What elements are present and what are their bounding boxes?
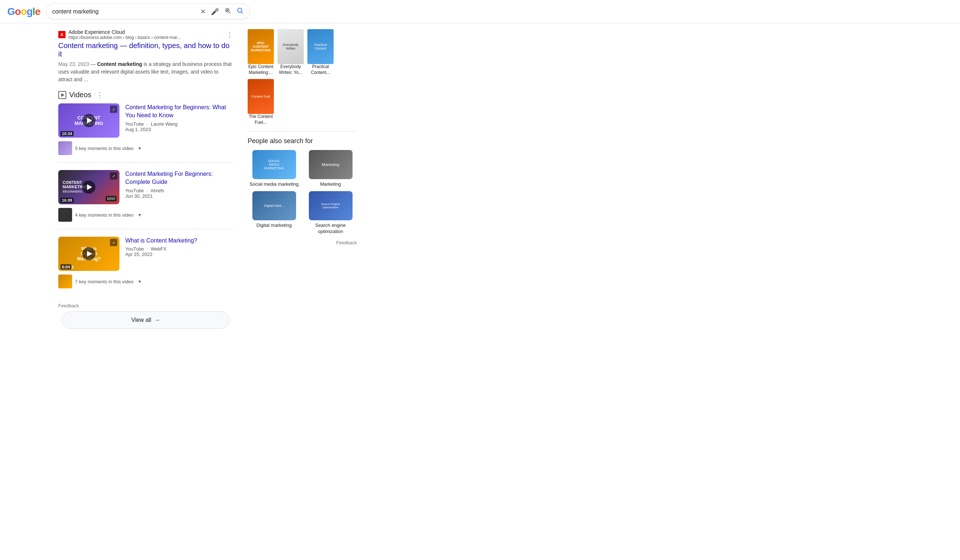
videos-menu-icon[interactable]: ⋮: [96, 91, 103, 99]
videos-feedback-link[interactable]: Feedback: [58, 303, 233, 309]
main-layout: A Adobe Experience Cloud https://busines…: [0, 23, 510, 336]
video-date-1: Aug 1, 2023: [125, 127, 151, 132]
key-moments-label-2: 4 key moments in this video: [75, 212, 133, 218]
lens-button[interactable]: [224, 7, 231, 16]
book-item-4[interactable]: Content Fuel The Content Fuel...: [248, 79, 274, 125]
book-item-2[interactable]: Everybody Writes Everybody Writes: Yo...: [277, 29, 304, 75]
key-moments-label-1: 5 key moments in this video: [75, 146, 133, 151]
video-info-1: Content Marketing for Beginners: What Yo…: [125, 103, 233, 138]
key-moments-expand-3[interactable]: ▾: [136, 278, 143, 285]
video-info-2: Content Marketing For Beginners: Complet…: [125, 170, 233, 204]
view-all-button[interactable]: View all →: [62, 311, 229, 329]
related-item-4[interactable]: Search EngineOptimization Search engine …: [304, 191, 357, 235]
related-item-1[interactable]: SOCIALMEDIAMARKETING Social media market…: [248, 150, 301, 187]
video-card-3: What isContentMarketing? Web FX 6:04 ⤢ W…: [58, 237, 233, 296]
source-info: A Adobe Experience Cloud https://busines…: [58, 29, 233, 40]
search-bar[interactable]: ✕ 🎤: [46, 4, 250, 19]
play-triangle-2: [87, 184, 92, 190]
video-duration-3: 6:04: [61, 264, 71, 269]
left-column: A Adobe Experience Cloud https://busines…: [0, 23, 240, 336]
video-channel-1: Laurie Wang: [151, 121, 178, 127]
adobe-result: A Adobe Experience Cloud https://busines…: [58, 29, 233, 83]
related-searches: SOCIALMEDIAMARKETING Social media market…: [248, 150, 357, 235]
video-main-1: CONTENTMARKETING 10:34 ⤢ Content Marketi…: [58, 103, 233, 138]
book-cover-3: Practical Content: [307, 29, 334, 64]
result-menu-icon[interactable]: ⋮: [227, 30, 233, 38]
book-cover-1: EPICCONTENTMARKETING: [248, 29, 274, 64]
video-duration-2: 16:09: [61, 198, 74, 203]
search-button[interactable]: [236, 7, 244, 16]
video-info-3: What is Content Marketing? YouTube · Web…: [125, 237, 233, 271]
svg-point-1: [227, 10, 228, 11]
expand-icon-1[interactable]: ⤢: [110, 106, 117, 113]
svg-line-2: [229, 12, 230, 13]
source-name: Adobe Experience Cloud: [69, 29, 181, 35]
related-thumb-2: Marketing: [309, 150, 352, 179]
play-icon: [61, 93, 64, 97]
people-also-search-title: People also search for: [248, 137, 357, 145]
book-cover-2: Everybody Writes: [277, 29, 304, 64]
related-item-3[interactable]: Digital Mark... Digital marketing: [248, 191, 301, 235]
key-moments-label-3: 7 key moments in this video: [75, 279, 133, 284]
view-all-label: View all: [131, 317, 152, 323]
search-input[interactable]: [52, 8, 200, 15]
video-date-2: Jun 30, 2021: [125, 194, 153, 199]
video-thumb-2[interactable]: CONTENTMARKETINGBEGINNERS tshirt 16:09 ⤢: [58, 170, 120, 204]
search-icon-group: ✕ 🎤: [200, 7, 244, 16]
expand-icon-2[interactable]: ⤢: [110, 172, 117, 179]
voice-search-button[interactable]: 🎤: [211, 8, 219, 16]
video-title-2[interactable]: Content Marketing For Beginners: Complet…: [125, 170, 233, 186]
svg-line-4: [242, 12, 243, 13]
video-date-3: Apr 25, 2022: [125, 251, 152, 257]
related-thumb-3: Digital Mark...: [253, 191, 296, 220]
sidebar-books: EPICCONTENTMARKETING Epic Content Market…: [248, 29, 357, 125]
clear-button[interactable]: ✕: [200, 8, 206, 16]
video-thumb-1[interactable]: CONTENTMARKETING 10:34 ⤢: [58, 103, 120, 138]
video-meta-1: YouTube · Laurie Wang Aug 1, 2023: [125, 121, 233, 132]
video-channel-2: Ahrefs: [150, 188, 164, 194]
book-item-3[interactable]: Practical Content Practical Content...: [307, 29, 334, 75]
right-column: EPICCONTENTMARKETING Epic Content Market…: [240, 23, 364, 336]
header: Google ✕ 🎤: [0, 0, 960, 23]
source-url: https://business.adobe.com › blog › basi…: [69, 35, 181, 40]
book-title-3: Practical Content...: [307, 64, 334, 75]
video-duration-1: 10:34: [61, 131, 74, 136]
video-meta-2: YouTube · Ahrefs Jun 30, 2021: [125, 188, 233, 199]
videos-section-title: Videos: [69, 91, 91, 99]
related-label-1: Social media marketing: [250, 181, 299, 187]
related-thumb-1: SOCIALMEDIAMARKETING: [253, 150, 296, 179]
key-moment-thumb-2: [58, 208, 72, 222]
video-meta-3: YouTube · WebFX Apr 25, 2022: [125, 246, 233, 257]
related-thumb-4: Search EngineOptimization: [309, 191, 352, 220]
svg-point-3: [238, 8, 242, 12]
book-cover-4: Content Fuel: [248, 79, 274, 114]
video-title-1[interactable]: Content Marketing for Beginners: What Yo…: [125, 103, 233, 120]
video-source-1: YouTube: [125, 121, 144, 127]
result-date: May 23, 2023: [58, 61, 89, 67]
book-item-1[interactable]: EPICCONTENTMARKETING Epic Content Market…: [248, 29, 274, 75]
result-title-link[interactable]: Content marketing — definition, types, a…: [58, 42, 233, 58]
book-title-4: The Content Fuel...: [248, 114, 274, 125]
related-item-2[interactable]: Marketing Marketing: [304, 150, 357, 187]
expand-icon-3[interactable]: ⤢: [110, 239, 117, 246]
video-title-3[interactable]: What is Content Marketing?: [125, 237, 233, 245]
play-triangle-3: [87, 251, 92, 257]
video-thumb-3[interactable]: What isContentMarketing? Web FX 6:04 ⤢: [58, 237, 120, 271]
play-triangle-1: [87, 118, 92, 123]
key-moments-expand-2[interactable]: ▾: [136, 211, 143, 218]
google-logo: Google: [7, 6, 40, 18]
sidebar-feedback-link[interactable]: Feedback: [248, 240, 357, 245]
video-source-3: YouTube: [125, 246, 144, 251]
play-overlay-3[interactable]: [82, 247, 95, 260]
key-moment-thumb-1: [58, 141, 72, 155]
key-moments-row-3: 7 key moments in this video ▾: [58, 275, 233, 288]
play-overlay-2[interactable]: [82, 181, 95, 194]
play-overlay-1[interactable]: [82, 114, 95, 127]
related-label-3: Digital marketing: [256, 222, 292, 229]
key-moments-expand-1[interactable]: ▾: [136, 145, 143, 152]
sidebar-divider: [248, 131, 357, 131]
result-snippet: May 23, 2023 — Content marketing is a st…: [58, 61, 233, 83]
video-card-1: CONTENTMARKETING 10:34 ⤢ Content Marketi…: [58, 103, 233, 163]
video-main-2: CONTENTMARKETINGBEGINNERS tshirt 16:09 ⤢…: [58, 170, 233, 204]
book-title-1: Epic Content Marketing:...: [248, 64, 274, 75]
